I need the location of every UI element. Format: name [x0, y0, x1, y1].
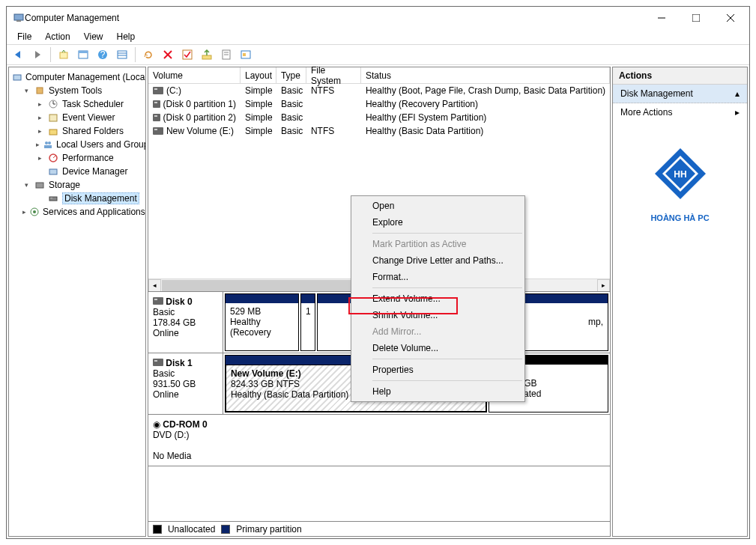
svg-text:HH: HH	[674, 169, 686, 180]
svg-point-31	[48, 141, 51, 144]
actions-panel: Actions Disk Management▴ More Actions▸ H…	[612, 67, 748, 537]
svg-rect-23	[13, 75, 21, 80]
svg-rect-22	[243, 53, 246, 56]
svg-rect-17	[202, 55, 211, 59]
ctx-format[interactable]: Format...	[353, 269, 523, 285]
ctx-help[interactable]: Help	[353, 383, 523, 400]
logo-area: HH HOÀNG HÀ PC	[613, 121, 747, 536]
properties-button[interactable]	[218, 46, 235, 63]
tree-services[interactable]: ▸Services and Applications	[10, 205, 144, 219]
legend-unalloc: Unallocated	[168, 524, 215, 535]
context-menu: Open Explore Mark Partition as Active Ch…	[351, 195, 525, 402]
disk0-info[interactable]: Disk 0 Basic 178.84 GB Online	[148, 292, 223, 353]
col-fs[interactable]: File System	[306, 67, 361, 83]
help-icon[interactable]: ?	[94, 46, 111, 63]
col-type[interactable]: Type	[276, 67, 306, 83]
volume-row[interactable]: (C:)SimpleBasicNTFSHealthy (Boot, Page F…	[148, 84, 610, 97]
disk-icon	[153, 359, 163, 366]
col-volume[interactable]: Volume	[148, 67, 241, 83]
actions-more[interactable]: More Actions▸	[613, 103, 747, 121]
forward-button[interactable]	[29, 46, 46, 63]
disk-icon	[153, 297, 163, 305]
volume-row[interactable]: (Disk 0 partition 2)SimpleBasicHealthy (…	[148, 111, 610, 124]
tree-users[interactable]: ▸Local Users and Groups	[10, 138, 144, 151]
volume-row[interactable]: (Disk 0 partition 1)SimpleBasicHealthy (…	[148, 97, 610, 111]
tree-perf[interactable]: ▸Performance	[10, 151, 144, 165]
svg-rect-8	[79, 51, 88, 53]
disk0-part2[interactable]: 1	[300, 293, 315, 351]
cdrom-info[interactable]: ◉ CD-ROM 0 DVD (D:) No Media	[148, 415, 610, 466]
tree-event[interactable]: ▸Event Viewer	[10, 111, 144, 124]
svg-rect-32	[44, 145, 52, 148]
drive-icon	[153, 127, 163, 135]
tree-devmgr[interactable]: Device Manager	[10, 165, 144, 178]
upload-button[interactable]	[199, 46, 215, 63]
back-button[interactable]	[10, 46, 26, 63]
drive-icon	[153, 100, 160, 108]
volume-header: Volume Layout Type File System Status	[148, 67, 610, 84]
disk1-info[interactable]: Disk 1 Basic 931.50 GB Online	[148, 353, 223, 414]
svg-point-30	[45, 141, 48, 144]
svg-rect-3	[692, 14, 700, 22]
tree-systools[interactable]: ▾System Tools	[10, 84, 144, 97]
app-icon	[13, 11, 25, 25]
nav-tree[interactable]: Computer Management (Local ▾System Tools…	[8, 67, 146, 537]
drive-icon	[153, 87, 163, 94]
ctx-mark: Mark Partition as Active	[353, 236, 523, 252]
actions-dm[interactable]: Disk Management▴	[613, 85, 747, 103]
scroll-left[interactable]: ◂	[148, 279, 161, 292]
svg-rect-38	[50, 198, 52, 198]
ctx-change[interactable]: Change Drive Letter and Paths...	[353, 252, 523, 269]
svg-rect-37	[49, 197, 57, 201]
ctx-extend[interactable]: Extend Volume...	[353, 290, 523, 307]
tree-storage[interactable]: ▾Storage	[10, 178, 144, 192]
chevron-right-icon: ▸	[735, 107, 740, 118]
scroll-right[interactable]: ▸	[597, 279, 610, 292]
tree-root[interactable]: Computer Management (Local	[10, 70, 144, 84]
menu-help[interactable]: Help	[111, 30, 142, 43]
maximize-button[interactable]	[679, 7, 713, 29]
up-button[interactable]	[55, 46, 72, 63]
ctx-mirror: Add Mirror...	[353, 323, 523, 340]
svg-rect-29	[49, 130, 57, 135]
settings-button[interactable]	[238, 46, 254, 63]
actions-header: Actions	[613, 67, 747, 85]
ctx-props[interactable]: Properties	[353, 362, 523, 378]
col-layout[interactable]: Layout	[241, 67, 276, 83]
collapse-icon: ▴	[735, 88, 740, 99]
tree-shared[interactable]: ▸Shared Folders	[10, 124, 144, 138]
logo-text: HOÀNG HÀ PC	[647, 213, 714, 222]
refresh-button[interactable]	[140, 46, 157, 63]
svg-point-40	[33, 210, 36, 213]
logo-icon: HH	[647, 144, 714, 211]
svg-rect-36	[36, 183, 43, 188]
tree-task[interactable]: ▸Task Scheduler	[10, 97, 144, 111]
volume-row[interactable]: New Volume (E:)SimpleBasicNTFSHealthy (B…	[148, 124, 610, 138]
svg-rect-16	[183, 50, 192, 59]
menu-file[interactable]: File	[11, 30, 37, 43]
list-button[interactable]	[114, 46, 130, 63]
ctx-delete[interactable]: Delete Volume...	[353, 340, 523, 356]
delete-button[interactable]	[160, 46, 176, 63]
ctx-open[interactable]: Open	[353, 198, 523, 214]
menu-view[interactable]: View	[78, 30, 109, 43]
svg-line-34	[53, 156, 55, 158]
titlebar: Computer Management	[7, 7, 749, 29]
col-status[interactable]: Status	[361, 67, 610, 83]
svg-rect-28	[49, 115, 57, 121]
drive-icon	[153, 114, 160, 121]
check-button[interactable]	[179, 46, 196, 63]
close-button[interactable]	[713, 7, 748, 29]
tree-diskmgmt[interactable]: Disk Management	[10, 192, 144, 205]
ctx-shrink[interactable]: Shrink Volume...	[353, 307, 523, 323]
menu-action[interactable]: Action	[39, 30, 76, 43]
disk0-part1[interactable]: 529 MBHealthy (Recovery	[225, 293, 299, 351]
cdrom-icon: ◉	[153, 419, 160, 430]
svg-rect-1	[16, 20, 21, 22]
svg-rect-24	[37, 88, 43, 94]
ctx-explore[interactable]: Explore	[353, 214, 523, 231]
panel-button[interactable]	[75, 46, 91, 63]
svg-text:?: ?	[100, 49, 106, 60]
legend-unalloc-swatch	[153, 525, 162, 534]
minimize-button[interactable]	[644, 7, 679, 29]
